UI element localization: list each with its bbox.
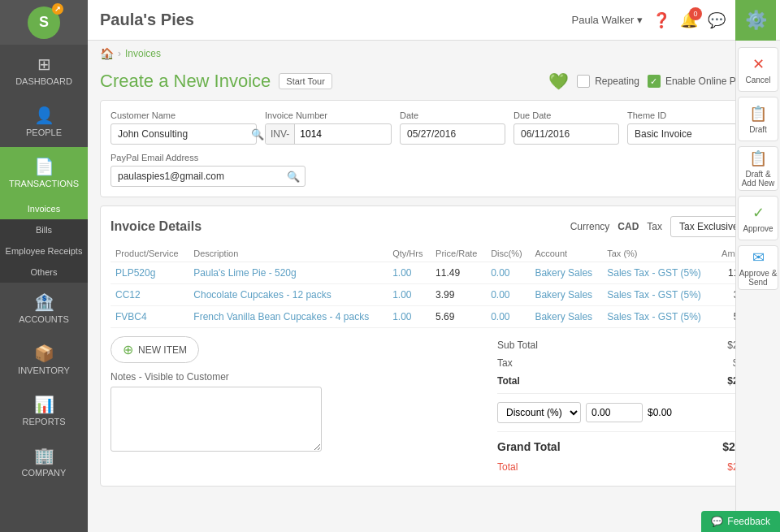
col-tax: Tax (%)	[602, 245, 713, 262]
customer-name-group: Customer Name 🔍	[110, 110, 257, 145]
tax-total-row: Tax $1.05	[497, 354, 757, 372]
table-row: PLP520g Paula's Lime Pie - 520g 1.00 11.…	[110, 262, 757, 284]
cell-product: PLP520g	[110, 262, 188, 284]
sidebar-item-transactions[interactable]: 📄 TRANSACTIONS	[0, 147, 88, 198]
start-tour-button[interactable]: Start Tour	[279, 73, 332, 89]
sidebar-item-bills[interactable]: Bills	[0, 219, 88, 240]
breadcrumb-invoices-link[interactable]: Invoices	[125, 48, 161, 59]
breadcrumb-separator: ›	[118, 48, 121, 59]
people-icon: 👤	[34, 106, 54, 125]
sidebar-item-employee-receipts[interactable]: Employee Receipts	[0, 240, 88, 262]
new-item-button[interactable]: ⊕ NEW ITEM	[110, 336, 199, 363]
feedback-button[interactable]: 💬 Feedback	[701, 511, 780, 532]
table-row: CC12 Chocolate Cupcakes - 12 packs 1.00 …	[110, 284, 757, 306]
invoice-prefix: INV-	[266, 124, 295, 144]
draft-add-button[interactable]: 📋 Draft & Add New	[738, 146, 778, 191]
sidebar-item-people[interactable]: 👤 PEOPLE	[0, 96, 88, 147]
sidebar-item-inventory[interactable]: 📦 INVENTORY	[0, 334, 88, 385]
cell-price: 11.49	[431, 262, 486, 284]
home-icon[interactable]: 🏠	[100, 47, 114, 60]
invoice-number-group: Invoice Number INV-	[265, 110, 392, 145]
cell-account: Bakery Sales	[530, 306, 602, 328]
page-title-row: Create a New Invoice Start Tour	[100, 71, 332, 92]
invoice-table-body: PLP520g Paula's Lime Pie - 520g 1.00 11.…	[110, 262, 757, 328]
discount-select[interactable]: Discount (%) Discount ($)	[497, 402, 581, 423]
repeating-checkbox[interactable]	[577, 75, 590, 88]
cell-tax: Sales Tax - GST (5%)	[602, 262, 713, 284]
sidebar-bills-label: Bills	[36, 225, 52, 235]
draft-button[interactable]: 📋 Draft	[738, 97, 778, 141]
notes-textarea[interactable]	[110, 387, 322, 452]
total-row: Total $22.22	[497, 372, 757, 390]
repeating-area: Repeating	[577, 75, 639, 88]
main-content: 🏠 › Invoices Create a New Invoice Start …	[88, 41, 780, 532]
approve-send-button[interactable]: ✉ Approve & Send	[738, 245, 778, 290]
sidebar-accounts-label: ACCOUNTS	[19, 314, 69, 324]
cell-product: CC12	[110, 284, 188, 306]
repeating-label: Repeating	[595, 76, 639, 87]
dashboard-icon: ⊞	[37, 54, 51, 74]
topbar-right: Paula Walker ▾ ❓ 🔔 0 💬 ⚙️	[572, 0, 780, 41]
cancel-button[interactable]: ✕ Cancel	[738, 47, 778, 92]
approve-button[interactable]: ✓ Approve	[738, 196, 778, 240]
due-date-group: Due Date 📅	[514, 110, 619, 145]
total-red-label: Total	[497, 461, 518, 473]
company-icon: 🏢	[34, 446, 54, 465]
draft-label: Draft	[749, 125, 767, 134]
col-price: Price/Rate	[431, 245, 486, 262]
sidebar-item-accounts[interactable]: 🏦 ACCOUNTS	[0, 283, 88, 334]
discount-input[interactable]	[586, 403, 643, 422]
sidebar: S ↗ ⊞ DASHBOARD 👤 PEOPLE 📄 TRANSACTIONS …	[0, 0, 88, 532]
currency-value: CAD	[618, 221, 639, 232]
accounts-icon: 🏦	[34, 292, 54, 312]
notes-label: Notes - Visible to Customer	[110, 371, 497, 383]
settings-button[interactable]: ⚙️	[735, 0, 776, 41]
notifications-icon[interactable]: 🔔 0	[680, 11, 698, 29]
sidebar-employee-receipts-label: Employee Receipts	[6, 246, 83, 256]
date-label: Date	[400, 110, 505, 120]
invoice-details-header: Invoice Details Currency CAD Tax Tax Exc…	[110, 216, 757, 237]
sidebar-dashboard-label: DASHBOARD	[15, 76, 72, 86]
sidebar-people-label: PEOPLE	[26, 128, 62, 137]
transactions-icon: 📄	[34, 157, 54, 176]
draft-add-label: Draft & Add New	[739, 170, 778, 188]
enable-payment-checkbox[interactable]: ✓	[648, 75, 661, 88]
approve-send-label: Approve & Send	[739, 269, 778, 287]
sidebar-item-others[interactable]: Others	[0, 262, 88, 283]
user-menu[interactable]: Paula Walker ▾	[572, 14, 643, 26]
cell-product: FVBC4	[110, 306, 188, 328]
cell-qty: 1.00	[388, 306, 431, 328]
messages-icon[interactable]: 💬	[708, 11, 726, 29]
paypal-input[interactable]	[111, 167, 282, 186]
invoice-number-input[interactable]	[295, 124, 352, 144]
sidebar-item-company[interactable]: 🏢 COMPANY	[0, 436, 88, 487]
currency-tax-row: Currency CAD Tax Tax Exclusive Tax Inclu…	[570, 216, 757, 237]
cell-account: Bakery Sales	[530, 262, 602, 284]
cell-description: French Vanilla Bean Cupcakes - 4 packs	[188, 306, 388, 328]
paypal-row: PayPal Email Address 🔍	[110, 153, 757, 187]
paypal-search-icon: 🔍	[282, 171, 305, 183]
favorite-icon[interactable]: 💚	[548, 71, 569, 91]
sidebar-item-reports[interactable]: 📊 REPORTS	[0, 385, 88, 436]
tax-label: Tax	[647, 221, 662, 232]
customer-name-input[interactable]	[111, 124, 246, 144]
approve-label: Approve	[743, 224, 773, 233]
col-qty: Qty/Hrs	[388, 245, 431, 262]
breadcrumb: 🏠 › Invoices	[88, 41, 780, 67]
sidebar-item-dashboard[interactable]: ⊞ DASHBOARD	[0, 45, 88, 96]
action-panel: ✕ Cancel 📋 Draft 📋 Draft & Add New ✓ App…	[735, 41, 780, 532]
help-icon[interactable]: ❓	[652, 11, 670, 29]
cell-disc: 0.00	[486, 306, 530, 328]
cell-description: Paula's Lime Pie - 520g	[188, 262, 388, 284]
invoice-bottom: ⊕ NEW ITEM Notes - Visible to Customer S…	[110, 336, 757, 476]
sidebar-item-invoices[interactable]: Invoices	[0, 198, 88, 219]
approve-send-icon: ✉	[752, 249, 765, 266]
subtotal-row: Sub Total $21.17	[497, 336, 757, 354]
topbar-title: Paula's Pies	[100, 11, 194, 29]
subtotal-label: Sub Total	[497, 340, 538, 351]
sidebar-company-label: COMPANY	[22, 468, 67, 478]
cell-tax: Sales Tax - GST (5%)	[602, 284, 713, 306]
logo-arrow: ↗	[52, 3, 63, 15]
invoice-left-bottom: ⊕ NEW ITEM Notes - Visible to Customer	[110, 336, 497, 454]
page-header: Create a New Invoice Start Tour 💚 Repeat…	[88, 67, 780, 100]
